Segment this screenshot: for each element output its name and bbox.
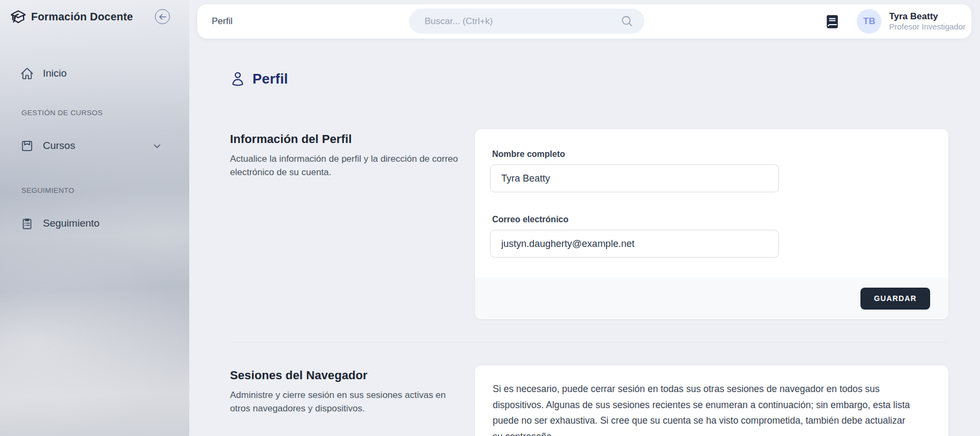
page-title-text: Perfil xyxy=(253,71,288,87)
profile-form-body: Nombre completo Correo electrónico xyxy=(475,129,948,277)
user-role: Profesor Investigador xyxy=(889,22,966,32)
sessions-body-text: Si es necesario, puede cerrar sesión en … xyxy=(493,381,910,436)
section-title: Sesiones del Navegador xyxy=(230,369,466,382)
sessions-section-intro: Sesiones del Navegador Administre y cier… xyxy=(230,365,466,436)
sidebar-nav: Inicio GESTIÓN DE CURSOS Cursos SEGUIMIE… xyxy=(0,33,189,236)
book-icon[interactable] xyxy=(824,13,841,30)
profile-info-section: Información del Perfil Actualice la info… xyxy=(230,129,948,319)
email-field[interactable] xyxy=(490,230,779,258)
sidebar-section-gestion-de-cursos: GESTIÓN DE CURSOS xyxy=(0,109,189,117)
profile-form-card: Nombre completo Correo electrónico GUARD… xyxy=(475,129,948,319)
topbar: Perfil TB Tyra Beatty Profesor Investiga… xyxy=(197,4,971,39)
section-title: Información del Perfil xyxy=(230,132,466,146)
section-description: Administre y cierre sesión en sus sesion… xyxy=(230,389,464,416)
app-title: Formación Docente xyxy=(31,11,133,23)
name-field[interactable] xyxy=(490,164,779,192)
clipboard-list-icon xyxy=(20,217,34,230)
profile-form-footer: GUARDAR xyxy=(475,277,948,319)
browser-sessions-section: Sesiones del Navegador Administre y cier… xyxy=(230,365,948,436)
page-title: Perfil xyxy=(230,71,980,87)
graduation-cap-icon xyxy=(10,9,26,25)
main-area: Perfil TB Tyra Beatty Profesor Investiga… xyxy=(189,0,980,436)
topbar-page-title: Perfil xyxy=(212,16,233,27)
section-description: Actualice la información de perfil y la … xyxy=(230,153,464,179)
topbar-right-cluster: TB Tyra Beatty Profesor Investigador xyxy=(824,4,966,39)
user-name: Tyra Beatty xyxy=(889,11,966,22)
user-info: Tyra Beatty Profesor Investigador xyxy=(889,11,966,32)
avatar-initials: TB xyxy=(863,16,875,27)
email-field-label: Correo electrónico xyxy=(492,215,933,224)
sidebar-collapse-button[interactable] xyxy=(155,9,170,24)
home-icon xyxy=(20,67,34,80)
sidebar-item-label: Seguimiento xyxy=(43,217,100,229)
search-box[interactable] xyxy=(409,9,644,34)
sidebar-item-label: Inicio xyxy=(43,67,66,79)
sidebar-item-cursos[interactable]: Cursos xyxy=(0,133,189,159)
section-divider xyxy=(230,342,948,343)
book-bookmark-icon xyxy=(20,139,34,153)
sidebar-item-inicio[interactable]: Inicio xyxy=(0,61,189,86)
chevron-down-icon xyxy=(153,141,161,150)
name-field-label: Nombre completo xyxy=(492,149,933,159)
sidebar-item-seguimiento[interactable]: Seguimiento xyxy=(0,211,189,236)
sessions-card: Si es necesario, puede cerrar sesión en … xyxy=(475,365,948,436)
sidebar-header: Formación Docente xyxy=(0,0,189,33)
avatar[interactable]: TB xyxy=(857,9,881,34)
save-button[interactable]: GUARDAR xyxy=(860,288,930,310)
sidebar-item-label: Cursos xyxy=(43,140,75,152)
page-content: Perfil Información del Perfil Actualice … xyxy=(189,71,980,436)
profile-section-intro: Información del Perfil Actualice la info… xyxy=(230,129,466,319)
sidebar: Formación Docente Inicio GESTIÓN DE CURS… xyxy=(0,0,189,436)
sidebar-section-seguimiento: SEGUIMIENTO xyxy=(0,186,189,194)
search-icon xyxy=(621,15,633,27)
app-root: Formación Docente Inicio GESTIÓN DE CURS… xyxy=(0,0,980,436)
user-icon xyxy=(230,71,246,87)
search-input[interactable] xyxy=(409,9,621,34)
